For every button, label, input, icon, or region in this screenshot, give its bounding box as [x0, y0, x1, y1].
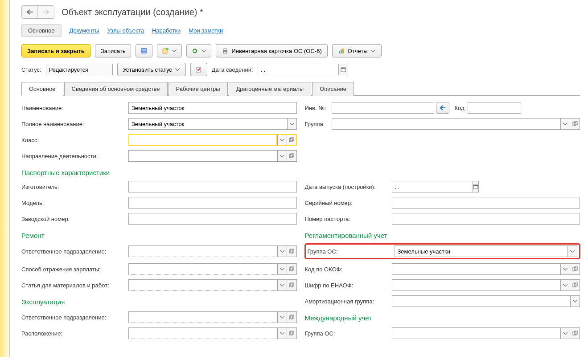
reports-button[interactable]: Отчеты: [332, 44, 382, 57]
factory-number-input[interactable]: [128, 213, 297, 225]
open-icon: [289, 282, 294, 288]
attach-button[interactable]: [157, 44, 182, 57]
name-input[interactable]: [128, 102, 297, 114]
factory-number-label: Заводской номер:: [21, 216, 128, 222]
group-input[interactable]: [332, 118, 561, 130]
repair-dept-open[interactable]: [287, 245, 297, 257]
chevron-down-icon: [563, 331, 568, 336]
open-icon: [572, 121, 578, 127]
list-icon: [140, 47, 148, 54]
back-button[interactable]: [22, 6, 38, 18]
svg-rect-8: [224, 52, 226, 53]
navtab-main[interactable]: Основное: [21, 24, 62, 37]
activity-direction-open[interactable]: [287, 150, 297, 162]
group-dropdown[interactable]: [560, 118, 570, 130]
materials-article-label: Статья для материалов и работ:: [21, 282, 128, 289]
repair-dept-label: Ответственное подразделение:: [21, 248, 128, 255]
operation-heading: Эксплуатация: [21, 298, 297, 306]
salary-method-input[interactable]: [128, 263, 277, 275]
location-open[interactable]: [287, 327, 297, 339]
materials-article-input[interactable]: [128, 279, 277, 291]
intl-os-group-open[interactable]: [570, 327, 580, 339]
intl-os-group-input[interactable]: [392, 327, 561, 339]
chevron-down-icon: [563, 266, 568, 272]
code-input[interactable]: [468, 102, 521, 114]
group-open[interactable]: [570, 118, 580, 130]
okof-dropdown[interactable]: [560, 263, 570, 275]
operation-dept-input[interactable]: [128, 311, 277, 323]
amort-group-dropdown[interactable]: [570, 295, 580, 307]
tab-description[interactable]: Описание: [312, 82, 354, 96]
release-date-label: Дата выпуска (постройки):: [305, 184, 392, 190]
operation-dept-dropdown[interactable]: [277, 311, 287, 323]
passport-number-input[interactable]: [392, 213, 580, 225]
materials-article-open[interactable]: [287, 279, 297, 291]
forward-button[interactable]: [38, 6, 54, 18]
chevron-down-icon: [175, 67, 180, 72]
repair-dept-dropdown[interactable]: [277, 245, 287, 257]
tab-fixed-asset-info[interactable]: Сведения об основном средстве: [64, 82, 168, 96]
okof-open[interactable]: [570, 263, 580, 275]
chevron-down-icon: [280, 266, 285, 272]
inventory-card-button[interactable]: Инвентарная карточка ОС (ОС-6): [216, 44, 327, 57]
release-date-calendar[interactable]: [473, 181, 479, 192]
printer-icon: [222, 47, 229, 54]
materials-article-dropdown[interactable]: [277, 279, 287, 291]
check-icon: [195, 66, 202, 73]
open-icon: [572, 331, 578, 336]
navtab-nodes[interactable]: Узлы объекта: [107, 25, 144, 37]
status-label: Статус:: [21, 66, 41, 73]
serial-number-input[interactable]: [392, 197, 580, 209]
chevron-down-icon: [280, 282, 285, 288]
chevron-down-icon: [280, 331, 285, 336]
enaof-open[interactable]: [570, 279, 580, 291]
group-label: Группа:: [305, 121, 332, 127]
tab-main[interactable]: Основное: [21, 82, 63, 96]
repair-dept-input[interactable]: [128, 245, 277, 257]
chevron-down-icon: [280, 249, 285, 254]
class-dropdown[interactable]: [277, 134, 287, 146]
class-input[interactable]: [128, 134, 277, 146]
list-button[interactable]: [136, 44, 152, 57]
okof-input[interactable]: [392, 263, 561, 275]
navtab-notes[interactable]: Мои заметки: [189, 25, 223, 37]
os-group-dropdown[interactable]: [567, 245, 577, 257]
salary-method-open[interactable]: [287, 263, 297, 275]
save-button[interactable]: Записать: [95, 44, 132, 57]
intl-os-group-dropdown[interactable]: [560, 327, 570, 339]
set-status-button[interactable]: Установить статус: [117, 63, 186, 76]
check-button[interactable]: [190, 63, 207, 76]
enaof-input[interactable]: [392, 279, 561, 291]
os-group-input[interactable]: [395, 245, 568, 257]
svg-rect-9: [339, 51, 340, 53]
navtab-documents[interactable]: Документы: [70, 25, 99, 37]
tab-precious-materials[interactable]: Драгоценные материалы: [229, 82, 312, 96]
calendar-icon: [341, 67, 346, 72]
info-date-input[interactable]: [258, 64, 338, 75]
release-date-input[interactable]: [392, 181, 473, 192]
regulated-heading: Регламентированный учет: [305, 232, 580, 239]
inv-no-input[interactable]: [332, 102, 434, 114]
status-value[interactable]: [46, 64, 113, 75]
manufacturer-input[interactable]: [128, 181, 297, 192]
full-name-dropdown[interactable]: [287, 118, 297, 130]
svg-rect-14: [341, 68, 345, 69]
class-open[interactable]: [287, 134, 297, 146]
salary-method-dropdown[interactable]: [277, 263, 287, 275]
activity-direction-input[interactable]: [128, 150, 277, 162]
info-date-calendar[interactable]: [338, 64, 348, 75]
activity-direction-dropdown[interactable]: [277, 150, 287, 162]
amort-group-input[interactable]: [392, 295, 571, 307]
navtab-workings[interactable]: Наработки: [152, 25, 181, 37]
refresh-button[interactable]: [186, 44, 211, 57]
enaof-dropdown[interactable]: [560, 279, 570, 291]
save-close-button[interactable]: Записать и закрыть: [21, 44, 90, 57]
model-input[interactable]: [128, 197, 297, 209]
location-input[interactable]: [128, 327, 277, 339]
chart-icon: [338, 47, 345, 54]
full-name-input[interactable]: [128, 118, 287, 130]
inv-no-back-button[interactable]: [436, 102, 449, 114]
tab-work-centers[interactable]: Рабочие центры: [169, 82, 228, 96]
location-dropdown[interactable]: [277, 327, 287, 339]
operation-dept-open[interactable]: [287, 311, 297, 323]
